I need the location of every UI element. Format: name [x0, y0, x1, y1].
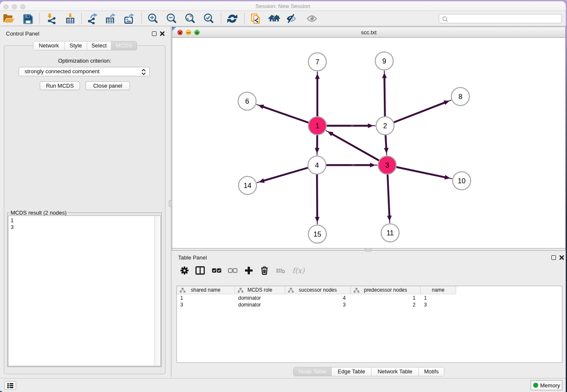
import-table-button[interactable] — [63, 12, 77, 25]
svg-text:6: 6 — [245, 97, 249, 105]
task-list-icon — [6, 382, 14, 389]
run-mcds-button[interactable]: Run MCDS — [40, 81, 80, 90]
control-panel-float-icon[interactable] — [152, 31, 157, 36]
node-1[interactable]: 1 — [308, 117, 327, 135]
control-panel-title: Control Panel — [6, 30, 39, 37]
add-column-button[interactable] — [242, 263, 256, 278]
table-row-2[interactable]: 3dominator323 — [177, 301, 562, 308]
node-10[interactable]: 10 — [453, 172, 471, 190]
delete-column-button[interactable] — [258, 263, 271, 278]
node-11[interactable]: 11 — [381, 224, 399, 242]
node-4[interactable]: 4 — [308, 156, 326, 174]
edge-1-6[interactable] — [256, 105, 317, 126]
svg-text:15: 15 — [314, 230, 321, 238]
node-14[interactable]: 14 — [239, 177, 257, 195]
table-tab-edge-table[interactable]: Edge Table — [332, 367, 372, 376]
close-panel-button[interactable]: Close panel — [85, 81, 130, 90]
control-panel-tabs: NetworkStyleSelectMCDS — [33, 41, 137, 50]
column-header-successor-nodes[interactable]: successor nodes — [285, 286, 351, 294]
deselect-all-columns-button[interactable] — [226, 263, 239, 278]
node-9[interactable]: 9 — [375, 52, 394, 70]
clone-network-button[interactable] — [249, 12, 263, 25]
export-network-button[interactable] — [85, 12, 100, 25]
node-6[interactable]: 6 — [238, 92, 256, 110]
optimization-criterion-select[interactable]: strongly connected component — [19, 67, 150, 76]
open-session-button[interactable] — [2, 12, 16, 25]
table-panel-close-icon[interactable] — [559, 255, 564, 260]
cell-predecessor-nodes: 2 — [351, 302, 416, 308]
table-tab-motifs[interactable]: Motifs — [419, 367, 444, 376]
node-3[interactable]: 3 — [378, 156, 396, 174]
trash-icon — [259, 265, 270, 276]
fx-icon: f(x) — [292, 266, 304, 275]
table-panel-float-icon[interactable] — [551, 255, 556, 260]
zoom-out-button[interactable] — [165, 12, 179, 25]
delete-table-button-disabled[interactable] — [274, 263, 288, 278]
refresh-view-button[interactable] — [225, 12, 239, 25]
task-history-button[interactable] — [4, 381, 16, 390]
horizontal-split-grip[interactable] — [365, 248, 372, 251]
network-canvas[interactable]: 1234678910111415 — [172, 38, 565, 248]
tab-mcds[interactable]: MCDS — [111, 41, 137, 50]
node-7[interactable]: 7 — [308, 53, 327, 71]
import-network-button[interactable] — [44, 12, 59, 25]
cell-name: 3 — [424, 302, 456, 308]
tab-style[interactable]: Style — [65, 41, 87, 50]
zoom-out-icon — [166, 13, 177, 24]
zoom-in-icon — [148, 13, 159, 24]
memory-button[interactable]: Memory — [531, 380, 562, 390]
select-all-columns-button[interactable] — [210, 263, 223, 278]
result-scrollbar[interactable] — [154, 216, 160, 365]
hide-selected-button[interactable] — [284, 12, 298, 25]
edge-2-8[interactable] — [385, 100, 451, 126]
column-header-predecessor-nodes[interactable]: predecessor nodes — [351, 286, 421, 294]
optimization-criterion-value: strongly connected component — [25, 68, 99, 75]
tab-network[interactable]: Network — [33, 41, 65, 50]
status-bar: Memory — [0, 378, 566, 392]
control-panel-close-icon[interactable] — [160, 31, 165, 36]
table-row-1[interactable]: 1dominator411 — [177, 295, 562, 301]
home-layout-button[interactable] — [267, 12, 281, 25]
save-session-button[interactable] — [20, 12, 35, 25]
mcds-result-list[interactable]: 13 — [8, 215, 161, 366]
edge-3-1[interactable] — [326, 130, 387, 165]
network-view-frame: scc.txt 1234678910111415 — [172, 27, 566, 251]
table-panel: Table Panel — [172, 251, 566, 376]
node-2[interactable]: 2 — [376, 117, 394, 135]
zoom-in-button[interactable] — [146, 12, 160, 25]
toolbar-separator — [81, 13, 82, 24]
zoom-fit-button[interactable] — [183, 12, 198, 25]
column-header-shared-name[interactable]: shared name — [177, 286, 235, 294]
import-network-icon — [46, 13, 57, 24]
hide-eye-icon — [286, 13, 297, 24]
show-columns-button[interactable] — [193, 263, 207, 278]
export-image-button[interactable] — [122, 12, 136, 25]
mcds-result-item: 1 — [11, 217, 160, 224]
cell-shared-name: 3 — [180, 302, 235, 308]
export-image-icon — [124, 13, 135, 24]
node-8[interactable]: 8 — [451, 88, 470, 106]
edge-label-mark — [351, 125, 354, 126]
search-field[interactable] — [439, 14, 562, 23]
edge-3-10[interactable] — [387, 165, 452, 179]
column-header-label: name — [421, 287, 456, 293]
table-tab-network-table[interactable]: Network Table — [372, 367, 419, 376]
zoom-selected-icon — [204, 13, 215, 24]
show-eye-icon-disabled — [306, 13, 317, 24]
memory-status-dot — [533, 383, 538, 388]
export-network-icon — [87, 13, 98, 24]
table-settings-button[interactable] — [178, 263, 191, 278]
show-all-button[interactable] — [305, 12, 319, 25]
table-tab-node-table[interactable]: Node Table — [294, 367, 332, 376]
export-table-button[interactable] — [103, 12, 118, 25]
column-header-MCDS-role[interactable]: MCDS role — [235, 286, 285, 294]
delete-table-icon — [276, 266, 286, 275]
column-header-label: MCDS role — [235, 287, 285, 293]
function-builder-button-disabled[interactable]: f(x) — [289, 263, 308, 278]
network-window-titlebar[interactable]: scc.txt — [172, 27, 565, 38]
zoom-selected-button[interactable] — [202, 12, 216, 25]
node-15[interactable]: 15 — [308, 225, 327, 243]
tab-select[interactable]: Select — [87, 41, 111, 50]
column-header-name[interactable]: name — [421, 286, 456, 294]
toolbar-separator — [141, 13, 142, 24]
